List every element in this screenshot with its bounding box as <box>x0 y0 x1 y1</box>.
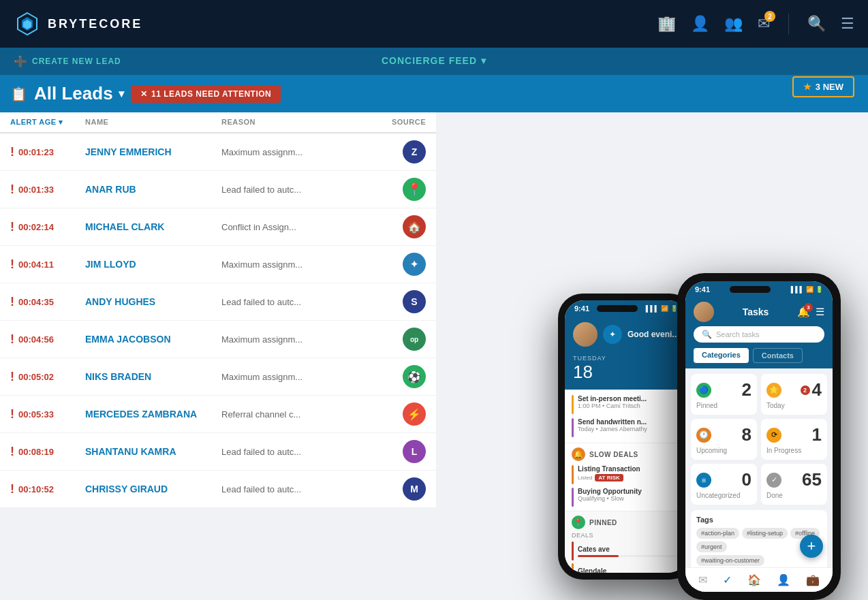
tag-action-plan[interactable]: #action-plan <box>696 528 739 539</box>
lead-reason: Lead failed to autc... <box>221 185 358 195</box>
lead-name[interactable]: NIKS BRADEN <box>85 371 221 382</box>
phone2-title: Tasks <box>743 306 769 317</box>
lead-name[interactable]: MERCEDES ZAMBRANA <box>85 409 221 420</box>
menu-icon[interactable]: ☰ <box>841 15 854 33</box>
card-done[interactable]: ✓ 65 Done <box>761 464 827 505</box>
new-leads-label: 3 NEW <box>816 82 843 92</box>
lead-name[interactable]: CHRISSY GIRAUD <box>85 484 221 494</box>
col-reason: REASON <box>221 118 358 127</box>
person-scan-icon[interactable]: 👤 <box>691 15 709 33</box>
phone2-header-icons: 🔔 3 ☰ <box>797 306 824 318</box>
card-in-progress[interactable]: ⟳ 1 In Progress <box>761 419 827 460</box>
tab-categories[interactable]: Categories <box>694 348 749 363</box>
deal2-name: Glendale <box>578 567 681 573</box>
concierge-feed-button[interactable]: CONCIERGE FEED ▾ <box>382 55 486 66</box>
slow-deals-icon: 🔔 <box>572 447 585 461</box>
card-pinned[interactable]: 🔵 2 Pinned <box>691 374 757 415</box>
phone-calendar: 9:41 ▌▌▌ 📶 🔋 ✦ Good eveni... <box>558 294 694 580</box>
table-row: ! 00:04:11 JIM LLOYD Maximum assignm... … <box>0 246 436 283</box>
tag-listing-setup[interactable]: #listing-setup <box>742 528 788 539</box>
alert-icon: ! <box>10 295 14 309</box>
lead-name[interactable]: MICHAEL CLARK <box>85 221 221 232</box>
phone1-calendar-header: TUESDAY 18 <box>565 352 687 390</box>
col-alert-age[interactable]: ALERT AGE ▾ <box>10 118 85 127</box>
phone2-header: Tasks 🔔 3 ☰ <box>685 298 833 326</box>
alert-time: 00:04:35 <box>18 297 54 307</box>
lead-name[interactable]: SHANTANU KAMRA <box>85 446 221 457</box>
phone1-avatar <box>573 322 598 347</box>
alert-time: 00:01:23 <box>18 147 54 157</box>
lead-name[interactable]: ANAR RUB <box>85 184 221 195</box>
listing-transaction-item: Listing Transaction Listed AT RISK <box>572 465 681 484</box>
p2-nav-check-icon[interactable]: ✓ <box>723 573 732 586</box>
pinned-card-icon: 🔵 <box>696 383 711 398</box>
done-count: 65 <box>802 469 822 490</box>
alert-time: 00:08:19 <box>18 447 54 457</box>
lead-name[interactable]: JIM LLOYD <box>85 259 221 270</box>
search-icon: 🔍 <box>702 330 712 339</box>
p2-nav-people-icon[interactable]: 👤 <box>777 573 790 586</box>
table-row: ! 00:04:35 ANDY HUGHES Lead failed to au… <box>0 283 436 321</box>
alert-icon: ! <box>10 183 14 197</box>
alert-icon: ! <box>10 407 14 422</box>
alert-icon: ! <box>10 370 14 384</box>
phone2-search-bar[interactable]: 🔍 Search tasks <box>694 326 824 343</box>
pinned-label: PINNED <box>589 519 617 526</box>
fab-add-button[interactable]: + <box>800 535 823 558</box>
card-today[interactable]: ⭐ 2 4 Today <box>761 374 827 415</box>
search-icon[interactable]: 🔍 <box>807 15 826 33</box>
alert-icon: ! <box>10 257 14 272</box>
tag-urgent[interactable]: #urgent <box>696 541 727 552</box>
people-icon[interactable]: 👥 <box>724 15 743 33</box>
lead-reason: Maximum assignm... <box>221 147 358 157</box>
table-row: ! 00:01:23 JENNY EMMERICH Maximum assign… <box>0 133 436 171</box>
phone2-bottom-nav: ✉ ✓ 🏠 👤 💼 <box>685 567 833 592</box>
card-uncategorized[interactable]: ≡ 0 Uncategorized <box>691 464 757 505</box>
mail-icon[interactable]: ✉ 2 <box>758 15 770 33</box>
tab-contacts[interactable]: Contacts <box>753 348 803 363</box>
phone1-deal-2: Glendale <box>572 563 681 573</box>
p2-nav-messages-icon[interactable]: ✉ <box>698 573 707 586</box>
tag-waiting[interactable]: #waiting-on-customer <box>696 555 764 566</box>
lead-reason: Maximum assignm... <box>221 372 358 382</box>
lead-name[interactable]: EMMA JACOBSON <box>85 334 221 345</box>
today-badge: 2 <box>801 385 810 395</box>
listing-transaction-label: Listing Transaction <box>578 465 640 473</box>
alert-icon: ! <box>10 332 14 347</box>
pinned-icon: 📍 <box>572 516 585 529</box>
concierge-label: CONCIERGE FEED <box>382 55 477 66</box>
alert-time: 00:04:11 <box>18 259 54 270</box>
phone2-menu-icon[interactable]: ☰ <box>816 306 824 318</box>
source-icon: op <box>403 328 426 351</box>
attention-badge-button[interactable]: ✕ 11 LEADS NEED ATTENTION <box>131 85 281 103</box>
brytecore-logo <box>14 10 41 37</box>
source-icon: Z <box>403 140 426 163</box>
card-upcoming[interactable]: 🕐 8 Upcoming <box>691 419 757 460</box>
new-leads-badge[interactable]: ★ 3 NEW <box>792 76 854 97</box>
col-name: NAME <box>85 118 221 127</box>
create-new-lead-button[interactable]: ➕ CREATE NEW LEAD <box>14 55 121 68</box>
tags-title: Tags <box>696 516 822 524</box>
p2-nav-home-icon[interactable]: 🏠 <box>747 573 761 586</box>
buying-opportunity-item: Buying Opportunity Qualifying • Slow <box>572 488 681 507</box>
lead-name[interactable]: ANDY HUGHES <box>85 296 221 307</box>
mail-badge: 2 <box>764 11 775 22</box>
building-icon[interactable]: 🏢 <box>657 15 676 33</box>
phone1-greeting: Good eveni... <box>627 330 679 339</box>
deal1-name: Cates ave <box>578 546 681 553</box>
phone1-time: 9:41 <box>574 304 589 313</box>
phone1-event2-title: Send handwritten n... <box>578 418 647 426</box>
pinned-count: 2 <box>742 379 751 400</box>
alert-time: 00:02:14 <box>18 222 54 232</box>
lead-name[interactable]: JENNY EMMERICH <box>85 146 221 157</box>
phone1-events: Set in-person meeti... 1:00 PM • Cami Tr… <box>565 390 687 443</box>
all-leads-label: All Leads <box>34 83 113 104</box>
lead-reason: Conflict in Assign... <box>221 222 358 232</box>
source-icon: 🏠 <box>403 215 426 238</box>
phone2-bell-icon[interactable]: 🔔 3 <box>797 306 810 318</box>
p2-nav-briefcase-icon[interactable]: 💼 <box>806 573 820 586</box>
lead-reason: Lead failed to autc... <box>221 447 358 457</box>
alert-icon: ! <box>10 145 14 159</box>
source-icon: S <box>403 290 426 313</box>
all-leads-button[interactable]: All Leads ▾ <box>34 83 124 104</box>
